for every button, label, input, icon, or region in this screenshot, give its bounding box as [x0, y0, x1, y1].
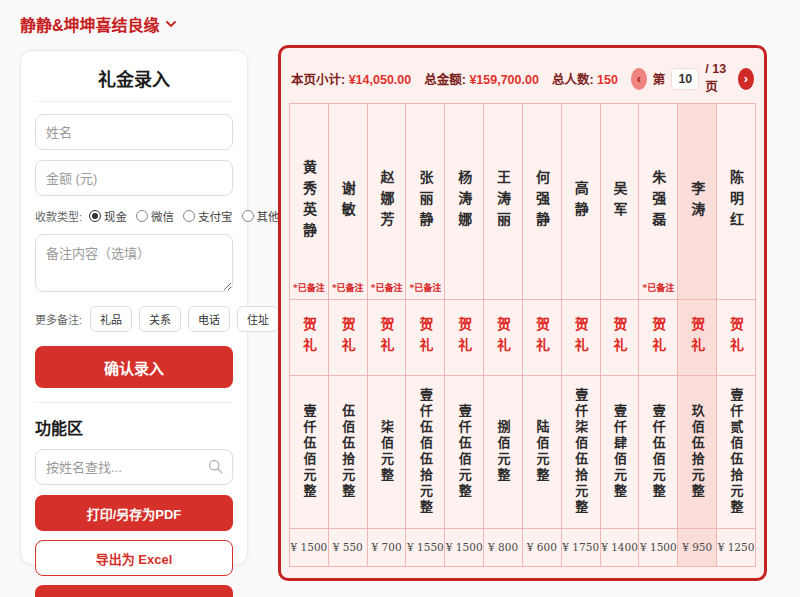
guest-name: 黄秀英静 [299, 160, 319, 244]
ledger-column-6[interactable]: 何强静贺礼陆佰元整¥ 600 [522, 104, 561, 566]
gift-label-cell: 贺礼 [329, 300, 367, 376]
gift-label: 贺礼 [687, 317, 707, 359]
gift-label-cell: 贺礼 [368, 300, 406, 376]
note-textarea[interactable] [35, 234, 233, 292]
ledger-panel: 本页小计: ¥14,050.00 总金额: ¥159,700.00 总人数: 1… [278, 45, 767, 581]
gift-label-cell: 贺礼 [601, 300, 639, 376]
view-stats-button[interactable]: 查看统计 [35, 585, 233, 597]
gift-label-cell: 贺礼 [406, 300, 444, 376]
guest-name: 何强静 [532, 170, 552, 233]
stats-bar: 本页小计: ¥14,050.00 总金额: ¥159,700.00 总人数: 1… [289, 56, 756, 103]
amount-cn: 壹仟伍佰元整 [455, 404, 474, 500]
name-input[interactable] [35, 114, 233, 150]
radio-label: 现金 [104, 208, 127, 224]
search-input[interactable] [35, 449, 233, 485]
gift-label: 贺礼 [299, 317, 319, 359]
amount-cn-cell: 壹仟贰佰伍拾元整 [717, 376, 755, 529]
guest-name-cell: 黄秀英静*已备注 [290, 104, 328, 300]
amount-cn: 壹仟伍佰元整 [649, 404, 668, 500]
more-notes-label: 更多备注: [35, 311, 82, 327]
amount-numeric: ¥ 1500 [291, 541, 328, 553]
amount-numeric: ¥ 1750 [562, 541, 599, 553]
guest-name: 王涛丽 [493, 170, 513, 233]
amount-numeric: ¥ 1500 [640, 541, 677, 553]
print-pdf-button[interactable]: 打印/另存为PDF [35, 495, 233, 531]
app-title-text: 静静&坤坤喜结良缘 [20, 12, 160, 36]
payment-option-0[interactable]: 现金 [89, 208, 127, 224]
more-notes-row: 更多备注: 礼品关系电话住址 [35, 306, 233, 332]
guest-name: 高静 [571, 181, 591, 223]
amount-cn: 捌佰元整 [494, 420, 513, 484]
radio-icon [183, 210, 195, 222]
guest-name-cell: 张丽静*已备注 [406, 104, 444, 300]
guest-name-cell: 杨涛娜 [445, 104, 483, 300]
amount-cn: 陆佰元整 [532, 420, 551, 484]
amount-numeric-cell: ¥ 1400 [601, 529, 639, 565]
amount-cn-cell: 伍佰伍拾元整 [329, 376, 367, 529]
ledger-column-4[interactable]: 杨涛娜贺礼壹仟伍佰元整¥ 1500 [444, 104, 483, 566]
page-suffix-label: / 13 页 [705, 62, 732, 95]
ledger-column-1[interactable]: 谢敏*已备注贺礼伍佰伍拾元整¥ 550 [328, 104, 367, 566]
amount-numeric: ¥ 1550 [407, 541, 444, 553]
gift-label: 贺礼 [532, 317, 552, 359]
amount-cn-cell: 壹仟伍佰伍拾元整 [406, 376, 444, 529]
amount-numeric-cell: ¥ 1550 [406, 529, 444, 565]
gift-label-cell: 贺礼 [717, 300, 755, 376]
ledger-column-8[interactable]: 吴军贺礼壹仟肆佰元整¥ 1400 [600, 104, 639, 566]
confirm-entry-button[interactable]: 确认录入 [35, 346, 233, 388]
amount-numeric-cell: ¥ 1500 [639, 529, 677, 565]
app-title[interactable]: 静静&坤坤喜结良缘 [20, 12, 176, 36]
sidebar-divider [35, 402, 233, 403]
amount-cn-cell: 壹仟伍佰元整 [445, 376, 483, 529]
note-tag-button-2[interactable]: 电话 [188, 306, 230, 332]
ledger-column-10[interactable]: 李涛贺礼玖佰伍拾元整¥ 950 [677, 104, 716, 566]
noted-badge: *已备注 [290, 281, 328, 294]
ledger-column-7[interactable]: 高静贺礼壹仟柒佰伍拾元整¥ 1750 [561, 104, 600, 566]
ledger-column-11[interactable]: 陈明红贺礼壹仟贰佰伍拾元整¥ 1250 [716, 104, 755, 566]
next-page-button[interactable]: › [738, 68, 754, 90]
note-tag-button-0[interactable]: 礼品 [90, 306, 132, 332]
amount-numeric-cell: ¥ 600 [523, 529, 561, 565]
guest-name-cell: 朱强磊*已备注 [639, 104, 677, 300]
payment-option-1[interactable]: 微信 [136, 208, 174, 224]
amount-input[interactable] [35, 160, 233, 196]
search-field [35, 449, 233, 485]
amount-cn: 玖佰伍拾元整 [688, 404, 707, 500]
total-amount-value: ¥159,700.00 [469, 73, 539, 87]
ledger-column-0[interactable]: 黄秀英静*已备注贺礼壹仟伍佰元整¥ 1500 [290, 104, 328, 566]
amount-numeric-cell: ¥ 1750 [562, 529, 600, 565]
note-tag-button-1[interactable]: 关系 [139, 306, 181, 332]
page-subtotal-value: ¥14,050.00 [349, 73, 412, 87]
page-subtotal: 本页小计: ¥14,050.00 [291, 69, 411, 88]
amount-numeric: ¥ 800 [488, 541, 518, 553]
amount-numeric: ¥ 1250 [718, 541, 755, 553]
gift-label: 贺礼 [648, 317, 668, 359]
noted-badge: *已备注 [368, 281, 406, 294]
amount-cn-cell: 捌佰元整 [484, 376, 522, 529]
guest-name: 谢敏 [338, 181, 358, 223]
gift-label: 贺礼 [493, 317, 513, 359]
amount-cn-cell: 陆佰元整 [523, 376, 561, 529]
payment-option-3[interactable]: 其他 [242, 208, 280, 224]
radio-label: 支付宝 [198, 208, 233, 224]
ledger-column-3[interactable]: 张丽静*已备注贺礼壹仟伍佰伍拾元整¥ 1550 [405, 104, 444, 566]
gift-label: 贺礼 [338, 317, 358, 359]
guest-name-cell: 李涛 [678, 104, 716, 300]
ledger-column-5[interactable]: 王涛丽贺礼捌佰元整¥ 800 [483, 104, 522, 566]
page-number-input[interactable] [671, 68, 699, 90]
ledger-column-9[interactable]: 朱强磊*已备注贺礼壹仟伍佰元整¥ 1500 [638, 104, 677, 566]
guest-name-cell: 赵娜芳*已备注 [368, 104, 406, 300]
pager: ‹ 第 / 13 页 › [631, 62, 754, 95]
guest-name-cell: 何强静 [523, 104, 561, 300]
payment-option-2[interactable]: 支付宝 [183, 208, 233, 224]
note-tag-button-3[interactable]: 住址 [237, 306, 279, 332]
ledger-column-2[interactable]: 赵娜芳*已备注贺礼柒佰元整¥ 700 [367, 104, 406, 566]
amount-numeric: ¥ 1400 [601, 541, 638, 553]
export-excel-button[interactable]: 导出为 Excel [35, 540, 233, 576]
page-prefix-label: 第 [653, 69, 666, 88]
amount-cn: 柒佰元整 [377, 420, 396, 484]
radio-label: 微信 [151, 208, 174, 224]
prev-page-button[interactable]: ‹ [631, 68, 647, 90]
guest-name: 赵娜芳 [377, 170, 397, 233]
guest-name-cell: 吴军 [601, 104, 639, 300]
